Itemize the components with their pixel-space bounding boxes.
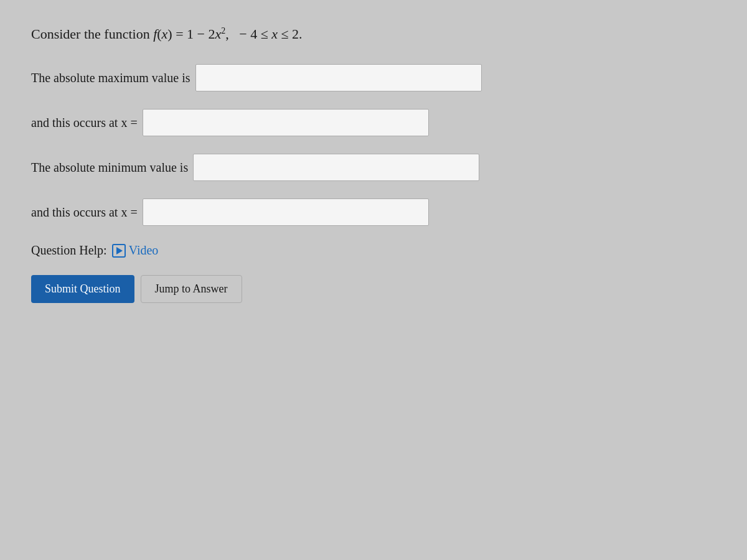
- abs-max-occurs-label: and this occurs at x =: [31, 116, 138, 130]
- abs-max-occurs-input[interactable]: [143, 109, 429, 136]
- video-link[interactable]: Video: [112, 243, 159, 258]
- abs-min-occurs-input[interactable]: [143, 198, 429, 226]
- abs-min-occurs-label: and this occurs at x =: [31, 205, 138, 220]
- question-help-row: Question Help: Video: [31, 243, 591, 258]
- video-label: Video: [129, 243, 159, 258]
- function-expression: f(x) = 1 − 2x2, − 4 ≤ x ≤ 2.: [153, 26, 302, 42]
- abs-min-label: The absolute minimum value is: [31, 161, 188, 175]
- button-row: Submit Question Jump to Answer: [31, 275, 591, 303]
- abs-max-occurs-row: and this occurs at x =: [31, 109, 591, 136]
- abs-max-input[interactable]: [195, 64, 482, 91]
- play-triangle: [116, 247, 123, 254]
- abs-min-input[interactable]: [193, 154, 479, 181]
- submit-button[interactable]: Submit Question: [31, 275, 134, 303]
- abs-min-occurs-row: and this occurs at x =: [31, 198, 591, 226]
- question-title: Consider the function f(x) = 1 − 2x2, − …: [31, 25, 591, 44]
- main-container: Consider the function f(x) = 1 − 2x2, − …: [31, 25, 591, 303]
- question-help-label: Question Help:: [31, 243, 107, 258]
- jump-to-answer-button[interactable]: Jump to Answer: [141, 275, 242, 303]
- abs-max-row: The absolute maximum value is: [31, 64, 591, 91]
- play-icon: [112, 244, 126, 258]
- abs-max-label: The absolute maximum value is: [31, 71, 190, 85]
- title-prefix: Consider the function: [31, 26, 153, 42]
- abs-min-row: The absolute minimum value is: [31, 154, 591, 181]
